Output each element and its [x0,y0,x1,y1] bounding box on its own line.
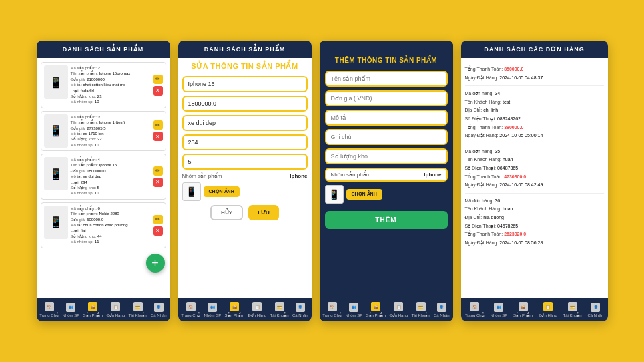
delete-btn-1[interactable]: ✕ [153,86,163,96]
footer-taikhoan-3[interactable]: 💳 Tài Khoản [412,302,430,317]
order35-tenkh-label: Tên Khách Hàng: [465,157,503,162]
screen4-orders: DANH SÁCH CÁC ĐƠN HÀNG Tổng Thanh Toán: … [461,41,608,321]
footer-taikhoan-4[interactable]: 💳 Tài Khoản [563,302,582,317]
add-nhom-row: Nhóm sản phẩm Iphone [325,168,448,182]
screen1-header: DANH SÁCH SẢN PHẨM [37,41,170,58]
footer-taikhoan-1[interactable]: 💳 Tài Khoản [129,302,147,317]
order-item-35: Mã đơn hàng: 35 Tên Khách Hàng: huan Số … [465,144,604,194]
taikhoan-icon-4: 💳 [568,302,577,311]
footer-canhan-3[interactable]: 👤 Cá Nhân [434,303,450,317]
add-product-btn[interactable]: THÊM [325,211,448,229]
order35-ma-value: 35 [495,149,500,154]
footer-nhomsp-4[interactable]: 👥 Nhóm SP [490,303,507,317]
product-img-2: 📱 [44,114,68,148]
footer-nhomsp-1[interactable]: 👥 Nhóm SP [62,303,79,317]
footer-donhang-2[interactable]: 📋 Đơn Hàng [248,302,266,317]
footer-canhan-4[interactable]: 👤 Cá Nhân [587,303,603,317]
order34-diachi-label: Địa Chỉ: [465,108,484,112]
edit-loai-input[interactable] [182,134,308,150]
footer-donhang-1[interactable]: 📋 Đơn Hàng [106,302,125,317]
add-soluong-input[interactable] [325,148,448,164]
footer-sanpham-label-3: Sản Phẩm [366,313,386,317]
footer-sanpham-3[interactable]: 📦 Sản Phẩm [366,302,386,317]
screen4-body: Tổng Thanh Toán: 850000.0 Ngày Đặt Hàng:… [461,58,608,298]
order36-sdt-value: 04678265 [497,224,518,228]
screen3-footer: 🏠 Trang Chủ 👥 Nhóm SP 📦 Sản Phẩm 📋 Đơn H… [320,298,453,321]
footer-sanpham-2[interactable]: 📦 Sản Phẩm [225,302,244,317]
footer-sanpham-1[interactable]: 📦 Sản Phẩm [83,302,103,317]
edit-btn-1[interactable]: ✏ [153,75,163,84]
footer-home-label-4: Trang Chủ [465,313,485,317]
footer-sanpham-4[interactable]: 📦 Sản Phẩm [513,302,533,317]
footer-home-3[interactable]: 🏠 Trang Chủ [322,302,342,317]
footer-taikhoan-2[interactable]: 💳 Tài Khoản [270,302,289,317]
footer-canhan-label-2: Cá Nhân [292,313,308,317]
edit-btn-3[interactable]: ✏ [153,166,163,176]
delete-btn-2[interactable]: ✕ [153,132,163,141]
edit-gia-input[interactable] [182,96,308,112]
product-item-4: 📱 Mã sản phẩm: 6 Tên sản phẩm: Nokia 228… [41,202,166,248]
footer-home-2[interactable]: 🏠 Trang Chủ [181,302,200,317]
order34-ngay-label: Ngày Đặt Hàng: [465,133,500,138]
order36-ma-label: Mã đơn hàng: [465,198,495,203]
edit-btn-2[interactable]: ✏ [153,120,163,130]
product-item-3: 📱 Mã sản phẩm: 4 Tên sản phẩm: Iphone 15… [41,154,166,200]
add-choose-photo-btn[interactable]: CHỌN ẢNH [346,189,382,200]
delete-btn-3[interactable]: ✕ [153,178,163,187]
add-photo-placeholder: 📱 [325,185,344,204]
edit-save-btn[interactable]: LƯU [248,205,279,220]
order34-tong-label: Tổng Thanh Toán: [465,125,505,130]
canhan-icon-4: 👤 [591,303,600,312]
footer-home-label: Trang Chủ [39,313,59,317]
screen4-header: DANH SÁCH CÁC ĐƠN HÀNG [461,41,608,58]
edit-choose-photo-btn[interactable]: CHỌN ẢNH [204,186,240,197]
footer-nhomsp-2[interactable]: 👥 Nhóm SP [204,303,221,317]
donhang-icon-2: 📋 [252,302,262,311]
product-item-2: 📱 Mã sản phẩm: 3 Tên sản phẩm: Iphone 1 … [41,111,166,151]
footer-donhang-4[interactable]: 📋 Đơn Hàng [539,302,557,317]
sanpham-icon-3: 📦 [371,302,380,311]
home-icon: 🏠 [45,302,54,311]
footer-canhan-label-4: Cá Nhân [587,313,603,317]
edit-soluong-input[interactable] [182,154,308,170]
order35-tenkh-value: huan [503,157,513,162]
product-info-1: Mã sản phẩm: 2 Tên sản phẩm: Iphone 15pr… [71,65,151,105]
edit-mota-input[interactable] [182,115,308,131]
home-icon-4: 🏠 [470,302,479,311]
order36-ngay-value: 2024-10-05 08:56:28 [499,240,543,245]
footer-home-4[interactable]: 🏠 Trang Chủ [465,302,485,317]
footer-donhang-label-4: Đơn Hàng [539,313,557,317]
add-ghichu-input[interactable] [325,129,448,145]
fab-add-button[interactable]: + [146,254,165,273]
edit-cancel-btn[interactable]: HỦY [210,205,243,220]
screen2-edit-product: DANH SÁCH SẢN PHẨM SỬA THÔNG TIN SẢN PHẨ… [178,41,312,321]
order36-tenkh-value: huan [503,206,513,211]
add-mota-input[interactable] [325,110,448,126]
canhan-icon-3: 👤 [437,303,446,312]
footer-sanpham-label-4: Sản Phẩm [513,313,533,317]
nhomsp-icon: 👥 [66,303,75,312]
edit-btn-4[interactable]: ✏ [153,215,163,224]
delete-btn-4[interactable]: ✕ [153,226,163,236]
footer-canhan-1[interactable]: 👤 Cá Nhân [151,303,167,317]
edit-ten-input[interactable] [182,76,308,92]
footer-nhomsp-3[interactable]: 👥 Nhóm SP [345,303,362,317]
footer-canhan-2[interactable]: 👤 Cá Nhân [292,303,308,317]
product-item-1: 📱 Mã sản phẩm: 2 Tên sản phẩm: Iphone 15… [41,62,166,108]
order35-ngay-label: Ngày Đặt Hàng: [465,182,500,187]
order0-tong-label: Tổng Thanh Toán: [465,67,505,71]
add-gia-input[interactable] [325,90,448,106]
taikhoan-icon: 💳 [133,302,143,311]
footer-nhomsp-label: Nhóm SP [62,313,79,317]
nhomsp-icon-3: 👥 [349,303,358,312]
footer-sanpham-label: Sản Phẩm [83,313,103,317]
edit-photo-placeholder: 📱 [182,182,201,201]
footer-canhan-label-3: Cá Nhân [434,313,450,317]
footer-donhang-3[interactable]: 📋 Đơn Hàng [389,302,408,317]
footer-home-1[interactable]: 🏠 Trang Chủ [39,302,59,317]
screen3-body: THÊM THÔNG TIN SẢN PHẨM Nhóm sản phẩm Ip… [320,51,453,298]
order0-ngay-label: Ngày Đặt Hàng: [465,75,500,80]
screen3-add-product: THÊM THÔNG TIN SẢN PHẨM Nhóm sản phẩm Ip… [320,41,453,321]
add-ten-input[interactable] [325,71,448,87]
order36-diachi-value: hia duong [483,215,504,220]
